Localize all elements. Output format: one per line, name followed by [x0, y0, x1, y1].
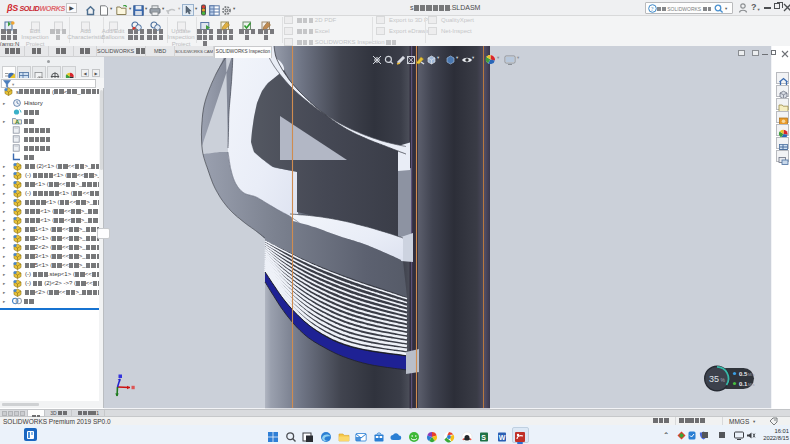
svg-text:A: A: [15, 119, 20, 125]
svg-text:W: W: [499, 433, 506, 440]
svg-text:0.5: 0.5: [739, 371, 748, 377]
svg-text:M/s: M/s: [748, 382, 754, 387]
svg-text:?: ?: [651, 6, 654, 12]
svg-text:0.1: 0.1: [739, 381, 748, 387]
svg-text:35: 35: [709, 374, 719, 384]
svg-text:%: %: [721, 377, 726, 383]
svg-text:S: S: [481, 433, 486, 440]
svg-text:M/s: M/s: [748, 372, 754, 377]
